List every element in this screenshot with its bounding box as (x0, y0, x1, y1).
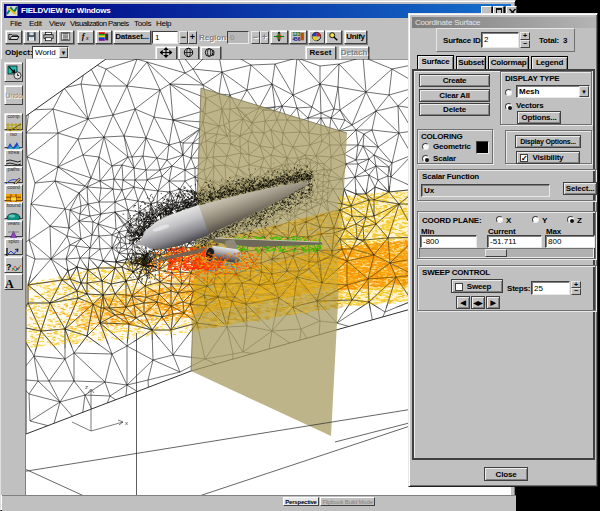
svg-text:x: x (125, 420, 128, 426)
svg-text:z: z (85, 384, 88, 390)
svg-text:456: 456 (293, 37, 301, 42)
svg-text:?: ? (6, 262, 12, 272)
svg-text:x: x (85, 35, 89, 41)
